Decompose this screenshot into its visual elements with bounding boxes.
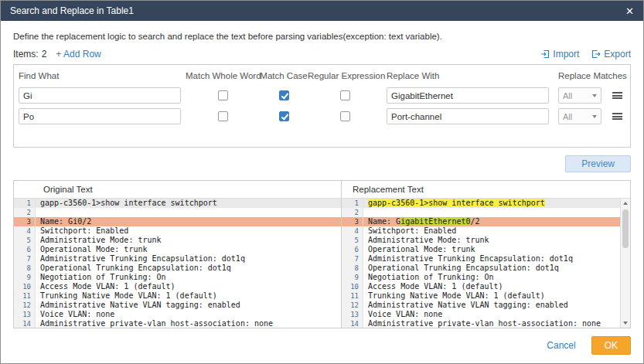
add-row-button[interactable]: + Add Row (56, 49, 101, 60)
line-number: 3 (342, 217, 363, 226)
vertical-scrollbar[interactable] (620, 199, 630, 328)
line-text: Name: GigabitEthernet0/2 (363, 217, 480, 226)
code-line: 14Administrative private-vlan host-assoc… (14, 319, 341, 328)
line-text: Operational Mode: trunk (363, 245, 475, 254)
close-icon[interactable]: ✕ (625, 6, 634, 16)
cancel-button[interactable]: Cancel (547, 340, 575, 351)
line-text: Operational Trunking Encapsulation: dot1… (363, 264, 559, 273)
line-text: Trunking Native Mode VLAN: 1 (default) (36, 291, 217, 301)
match-case-checkbox[interactable] (279, 111, 289, 121)
line-text (363, 208, 368, 217)
code-line: 13Voice VLAN: none (342, 310, 620, 319)
dialog-title: Search and Replace in Table1 (10, 5, 134, 16)
line-number: 1 (342, 199, 363, 208)
scroll-up-icon[interactable] (621, 199, 630, 209)
code-line: 13Voice VLAN: none (14, 310, 341, 319)
line-number: 2 (342, 208, 363, 217)
row-menu-icon[interactable] (612, 92, 625, 99)
items-toolbar: Items: 2 + Add Row Import Export (13, 49, 631, 60)
dialog-description: Define the replacement logic to search a… (13, 32, 631, 41)
line-text: Negotiation of Trunking: On (36, 273, 166, 282)
table-row: All (14, 85, 630, 106)
line-number: 14 (14, 319, 36, 328)
match-whole-word-checkbox[interactable] (218, 111, 228, 121)
code-line: 11Trunking Native Mode VLAN: 1 (default) (14, 291, 341, 301)
pane-body: 1gapp-c3560-1>show interface switchport2… (14, 199, 630, 328)
scrollbar-thumb[interactable] (622, 209, 629, 248)
line-number: 11 (342, 291, 363, 301)
code-line: 9Negotiation of Trunking: On (14, 273, 341, 282)
col-header-replace-matches: Replace Matches (554, 71, 606, 80)
line-number: 2 (14, 208, 36, 217)
line-text: Administrative Trunking Encapsulation: d… (363, 254, 573, 264)
line-text: Administrative Mode: trunk (363, 236, 489, 245)
code-line: 2 (342, 208, 620, 217)
line-number: 10 (14, 282, 36, 291)
export-icon (591, 49, 601, 59)
line-number: 9 (14, 273, 36, 282)
preview-button[interactable]: Preview (565, 155, 631, 172)
col-header-replace-with: Replace With (382, 71, 554, 80)
export-button[interactable]: Export (591, 49, 631, 60)
line-text: Administrative private-vlan host-associa… (363, 319, 601, 328)
line-text: Operational Trunking Encapsulation: dot1… (36, 264, 231, 273)
find-what-input[interactable] (19, 87, 181, 104)
items-count: 2 (42, 49, 47, 60)
code-line: 5Administrative Mode: trunk (14, 236, 341, 245)
line-number: 8 (342, 264, 363, 273)
replacement-code: 1gapp-c3560-1>show interface switchport2… (342, 199, 620, 328)
import-label: Import (553, 49, 579, 60)
line-text: Negotiation of Trunking: On (363, 273, 494, 282)
replace-matches-select[interactable]: All (558, 108, 601, 124)
replace-with-input[interactable] (387, 108, 549, 124)
code-line: 6Operational Mode: trunk (14, 245, 341, 254)
import-icon (540, 49, 550, 59)
line-text: Switchport: Enabled (363, 226, 456, 236)
preview-panes: Original Text Replacement Text 1gapp-c35… (13, 180, 631, 328)
line-number: 4 (14, 226, 36, 236)
replacement-text-pane[interactable]: 1gapp-c3560-1>show interface switchport2… (342, 199, 630, 328)
replace-rules-table: Find What Match Whole Word Match Case Re… (13, 64, 631, 148)
line-number: 13 (14, 310, 36, 319)
line-number: 12 (14, 301, 36, 310)
line-number: 7 (342, 254, 363, 264)
code-line: 4Switchport: Enabled (14, 226, 341, 236)
line-text: Administrative Native VLAN tagging: enab… (36, 301, 240, 310)
code-line: 14Administrative private-vlan host-assoc… (342, 319, 620, 328)
match-case-checkbox[interactable] (279, 90, 289, 100)
code-line: 1gapp-c3560-1>show interface switchport (342, 199, 620, 208)
ok-button[interactable]: OK (591, 336, 631, 355)
scroll-down-icon[interactable] (621, 318, 630, 328)
dialog-content: Define the replacement logic to search a… (1, 21, 643, 328)
replace-with-input[interactable] (387, 87, 549, 104)
code-line: 7Administrative Trunking Encapsulation: … (342, 254, 620, 264)
match-whole-word-checkbox[interactable] (218, 90, 228, 100)
line-number: 3 (14, 217, 36, 226)
replacement-pane-title: Replacement Text (342, 181, 630, 198)
search-replace-dialog: Search and Replace in Table1 ✕ Define th… (0, 0, 644, 364)
row-menu-icon[interactable] (612, 113, 625, 120)
line-text: Administrative Trunking Encapsulation: d… (36, 254, 245, 264)
replace-matches-select[interactable]: All (558, 87, 601, 104)
line-text: Operational Mode: trunk (36, 245, 147, 254)
table-header-row: Find What Match Whole Word Match Case Re… (14, 66, 630, 85)
regex-checkbox[interactable] (340, 90, 350, 100)
dialog-footer: Cancel OK (1, 328, 643, 364)
regex-checkbox[interactable] (340, 111, 350, 121)
line-text: Trunking Native Mode VLAN: 1 (default) (363, 291, 545, 301)
line-number: 7 (14, 254, 36, 264)
line-text: Administrative Mode: trunk (36, 236, 162, 245)
import-button[interactable]: Import (540, 49, 579, 60)
selected-option: All (563, 91, 572, 100)
line-number: 6 (14, 245, 36, 254)
line-text: gapp-c3560-1>show interface switchport (363, 199, 545, 208)
dialog-titlebar: Search and Replace in Table1 ✕ (1, 1, 643, 21)
col-header-find-what: Find What (14, 71, 186, 80)
export-label: Export (604, 49, 631, 60)
col-header-regular-expression: Regular Expression (308, 71, 382, 80)
col-header-match-whole-word: Match Whole Word (186, 71, 260, 80)
code-line: 8Operational Trunking Encapsulation: dot… (14, 264, 341, 273)
original-text-pane[interactable]: 1gapp-c3560-1>show interface switchport2… (14, 199, 342, 328)
find-what-input[interactable] (19, 108, 181, 124)
code-line: 11Trunking Native Mode VLAN: 1 (default) (342, 291, 620, 301)
